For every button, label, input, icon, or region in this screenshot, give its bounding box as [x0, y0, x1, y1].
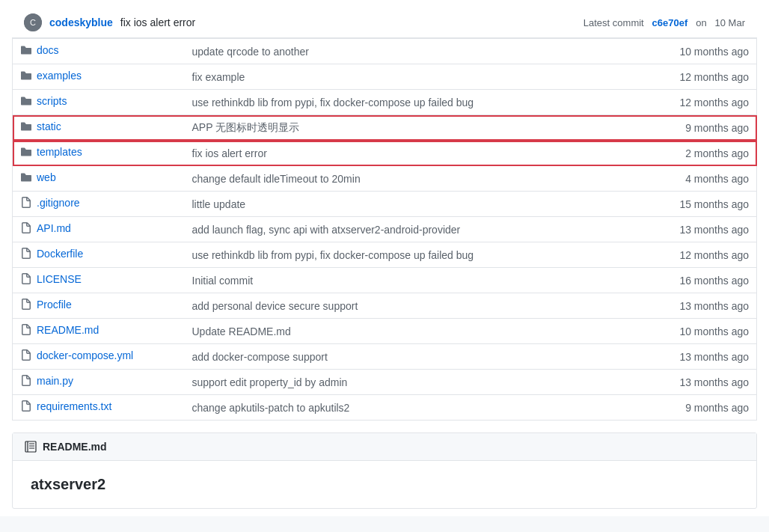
file-icon-wrapper: scripts	[20, 95, 67, 107]
commit-header-bar: C codeskyblue fix ios alert error Latest…	[12, 7, 757, 38]
table-row[interactable]: scripts use rethinkdb lib from pypi, fix…	[13, 90, 757, 115]
commit-hash[interactable]: c6e70ef	[652, 17, 688, 28]
file-name-cell: Procfile	[13, 293, 185, 319]
commit-label: Latest commit	[583, 17, 644, 28]
file-time-cell: 4 months ago	[645, 166, 757, 192]
table-row[interactable]: examples fix example 12 months ago	[13, 64, 757, 90]
file-link[interactable]: docs	[37, 44, 59, 56]
file-message-cell: APP 无图标时透明显示	[185, 115, 645, 141]
book-icon	[25, 441, 37, 453]
file-link[interactable]: main.py	[37, 375, 73, 387]
file-message-cell: add docker-compose support	[185, 344, 645, 370]
file-icon-wrapper: docs	[20, 44, 59, 56]
folder-icon	[20, 70, 32, 82]
file-message-cell: change default idleTimeout to 20min	[185, 166, 645, 192]
readme-heading: atxserver2	[31, 476, 105, 492]
file-message-cell: fix example	[185, 64, 645, 90]
file-icon	[20, 375, 32, 387]
file-message-cell: update qrcode to another	[185, 39, 645, 64]
svg-text:C: C	[30, 18, 36, 27]
file-link[interactable]: scripts	[37, 95, 67, 107]
file-link[interactable]: LICENSE	[37, 273, 82, 285]
file-icon	[20, 273, 32, 285]
file-message-cell: change apkutils-patch to apkutils2	[185, 395, 645, 421]
commit-meta: Latest commit c6e70ef on 10 Mar	[583, 17, 745, 28]
file-name-cell: requirements.txt	[13, 395, 185, 421]
table-row[interactable]: Dockerfile use rethinkdb lib from pypi, …	[13, 242, 757, 268]
file-name-cell: LICENSE	[13, 268, 185, 293]
file-name-cell: web	[13, 166, 185, 192]
file-message-cell: use rethinkdb lib from pypi, fix docker-…	[185, 90, 645, 115]
file-link[interactable]: Dockerfile	[37, 248, 83, 260]
file-message-cell: little update	[185, 192, 645, 217]
file-icon-wrapper: API.md	[20, 222, 71, 234]
table-row[interactable]: templates fix ios alert error 2 months a…	[13, 141, 757, 166]
file-message-cell: use rethinkdb lib from pypi, fix docker-…	[185, 242, 645, 268]
commit-author[interactable]: codeskyblue	[49, 16, 113, 28]
file-icon-wrapper: Procfile	[20, 299, 72, 311]
table-row[interactable]: docs update qrcode to another 10 months …	[13, 39, 757, 64]
file-time-cell: 10 months ago	[645, 319, 757, 344]
file-message-cell: fix ios alert error	[185, 141, 645, 166]
table-row[interactable]: web change default idleTimeout to 20min …	[13, 166, 757, 192]
table-row[interactable]: LICENSE Initial commit 16 months ago	[13, 268, 757, 293]
file-link[interactable]: docker-compose.yml	[37, 349, 133, 361]
file-icon	[20, 349, 32, 361]
file-message-cell: support edit property_id by admin	[185, 370, 645, 395]
file-link[interactable]: examples	[37, 70, 82, 82]
file-link[interactable]: static	[37, 120, 61, 132]
avatar: C	[24, 13, 42, 31]
file-icon-wrapper: Dockerfile	[20, 248, 83, 260]
file-link[interactable]: requirements.txt	[37, 400, 111, 412]
file-icon-wrapper: web	[20, 171, 56, 183]
file-icon	[20, 299, 32, 311]
file-link[interactable]: README.md	[37, 324, 99, 336]
file-icon	[20, 400, 32, 412]
file-time-cell: 9 months ago	[645, 115, 757, 141]
file-name-cell: scripts	[13, 90, 185, 115]
table-row[interactable]: .gitignore little update 15 months ago	[13, 192, 757, 217]
file-icon-wrapper: README.md	[20, 324, 99, 336]
svg-rect-2	[25, 441, 36, 452]
file-link[interactable]: API.md	[37, 222, 71, 234]
table-row[interactable]: API.md add launch flag, sync api with at…	[13, 217, 757, 242]
file-message-cell: add launch flag, sync api with atxserver…	[185, 217, 645, 242]
commit-message: fix ios alert error	[120, 16, 195, 28]
commit-date-prefix: on	[696, 17, 706, 28]
table-row[interactable]: main.py support edit property_id by admi…	[13, 370, 757, 395]
file-time-cell: 13 months ago	[645, 217, 757, 242]
file-time-cell: 2 months ago	[645, 141, 757, 166]
file-name-cell: main.py	[13, 370, 185, 395]
folder-icon	[20, 95, 32, 107]
file-time-cell: 9 months ago	[645, 395, 757, 421]
file-time-cell: 15 months ago	[645, 192, 757, 217]
table-row[interactable]: Procfile add personal device secure supp…	[13, 293, 757, 319]
file-name-cell: .gitignore	[13, 192, 185, 217]
folder-icon	[20, 171, 32, 183]
file-link[interactable]: Procfile	[37, 299, 72, 311]
readme-section: README.md atxserver2	[12, 432, 757, 509]
table-row[interactable]: docker-compose.yml add docker-compose su…	[13, 344, 757, 370]
table-row[interactable]: README.md Update README.md 10 months ago	[13, 319, 757, 344]
file-icon	[20, 197, 32, 209]
file-message-cell: add personal device secure support	[185, 293, 645, 319]
table-row[interactable]: static APP 无图标时透明显示 9 months ago	[13, 115, 757, 141]
file-icon-wrapper: .gitignore	[20, 197, 80, 209]
commit-date: 10 Mar	[715, 17, 745, 28]
file-message-cell: Initial commit	[185, 268, 645, 293]
file-icon	[20, 248, 32, 260]
folder-icon	[20, 146, 32, 158]
file-icon-wrapper: LICENSE	[20, 273, 82, 285]
file-time-cell: 13 months ago	[645, 370, 757, 395]
table-row[interactable]: requirements.txt change apkutils-patch t…	[13, 395, 757, 421]
commit-info-left: C codeskyblue fix ios alert error	[24, 13, 195, 31]
file-link[interactable]: web	[37, 171, 56, 183]
file-time-cell: 12 months ago	[645, 242, 757, 268]
file-name-cell: static	[13, 115, 185, 141]
file-icon	[20, 222, 32, 234]
file-link[interactable]: templates	[37, 146, 82, 158]
file-link[interactable]: .gitignore	[37, 197, 80, 209]
file-name-cell: docker-compose.yml	[13, 344, 185, 370]
file-icon-wrapper: main.py	[20, 375, 73, 387]
file-time-cell: 10 months ago	[645, 39, 757, 64]
